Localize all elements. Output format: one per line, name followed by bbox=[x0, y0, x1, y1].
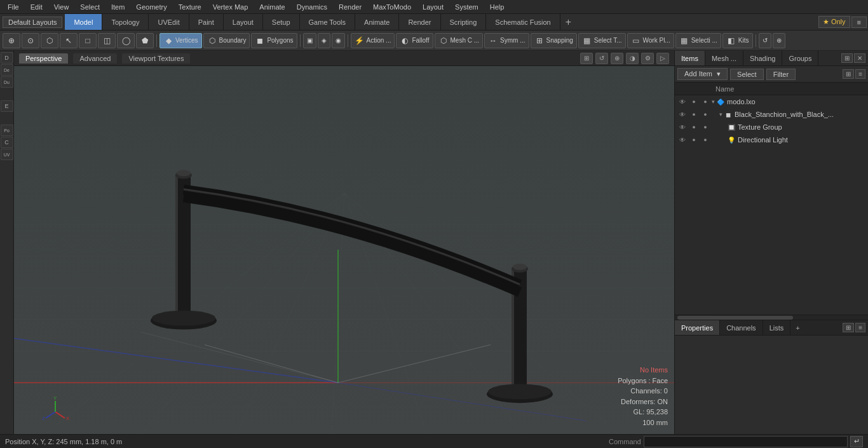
menu-render[interactable]: Render bbox=[334, 2, 367, 12]
vis-icon2-0[interactable]: ● bbox=[689, 97, 699, 107]
menu-maxtomod[interactable]: MaxToModo bbox=[368, 2, 416, 12]
sidebar-tool-de2[interactable]: De bbox=[1, 64, 13, 76]
prop-tab-channels[interactable]: Channels bbox=[720, 320, 763, 335]
items-menu-button[interactable]: ≡ bbox=[855, 69, 865, 79]
tab-animate[interactable]: Animate bbox=[355, 14, 399, 30]
rp-tab-items[interactable]: Items bbox=[675, 51, 705, 65]
rp-tab-mesh[interactable]: Mesh ... bbox=[705, 51, 743, 65]
item-row-texture-group[interactable]: 👁 ● ● 🔲 Texture Group bbox=[675, 121, 868, 133]
sidebar-tool-e[interactable]: E bbox=[1, 100, 13, 112]
rp-tab-groups[interactable]: Groups bbox=[782, 51, 818, 65]
vp-tab-textures[interactable]: Viewport Textures bbox=[122, 53, 190, 64]
vis-icon3-0[interactable]: ● bbox=[700, 97, 710, 107]
tool-symm[interactable]: ↔ Symm ... bbox=[484, 33, 529, 48]
tool-falloff[interactable]: ◐ Falloff bbox=[396, 33, 433, 48]
star-only-button[interactable]: ★ Only bbox=[818, 16, 850, 28]
vp-fit-button[interactable]: ⊞ bbox=[580, 53, 593, 64]
command-enter-button[interactable]: ↵ bbox=[850, 436, 863, 447]
menu-help[interactable]: Help bbox=[485, 2, 510, 12]
layout-dropdown[interactable]: Default Layouts bbox=[3, 17, 62, 28]
tool-transform[interactable]: □ bbox=[79, 33, 97, 48]
vis-icon-1[interactable]: 👁 bbox=[677, 109, 688, 119]
vp-tab-perspective[interactable]: Perspective bbox=[19, 53, 68, 64]
tool-circle[interactable]: ◯ bbox=[117, 33, 135, 48]
tool-component2[interactable]: ⊙ bbox=[22, 33, 39, 48]
tool-action[interactable]: ⚡ Action ... bbox=[351, 33, 395, 48]
command-input[interactable] bbox=[644, 436, 848, 447]
add-prop-tab-button[interactable]: + bbox=[790, 320, 804, 335]
tool-icon2[interactable]: ◈ bbox=[318, 33, 330, 48]
tab-uvedit[interactable]: UVEdit bbox=[149, 14, 189, 30]
menu-texture[interactable]: Texture bbox=[173, 2, 207, 12]
menu-edit[interactable]: Edit bbox=[25, 2, 48, 12]
sidebar-tool-po[interactable]: Po bbox=[1, 125, 13, 136]
tool-mesh-c[interactable]: ⬡ Mesh C ... bbox=[435, 33, 484, 48]
menu-system[interactable]: System bbox=[450, 2, 484, 12]
tool-vertices[interactable]: ◆ Vertices bbox=[159, 33, 202, 48]
menu-select[interactable]: Select bbox=[75, 2, 105, 12]
vp-expand-button[interactable]: ▷ bbox=[656, 53, 669, 64]
vis-icon3-2[interactable]: ● bbox=[700, 122, 710, 132]
vp-zoom-button[interactable]: ⊕ bbox=[611, 53, 623, 64]
tool-select-t[interactable]: ▦ Select T... bbox=[578, 33, 626, 48]
sidebar-tool-du[interactable]: Du bbox=[1, 76, 13, 88]
tool-select-arrow[interactable]: ↖ bbox=[60, 33, 78, 48]
menu-item[interactable]: Item bbox=[106, 2, 130, 12]
menu-layout[interactable]: Layout bbox=[417, 2, 449, 12]
sidebar-tool-de1[interactable]: D bbox=[1, 52, 13, 64]
prop-tab-properties[interactable]: Properties bbox=[675, 320, 720, 335]
tab-model[interactable]: Model bbox=[65, 14, 102, 30]
tab-game-tools[interactable]: Game Tools bbox=[300, 14, 356, 30]
prop-expand-button[interactable]: ⊞ bbox=[843, 323, 854, 332]
tool-icon3[interactable]: ◉ bbox=[332, 33, 345, 48]
items-expand-button[interactable]: ⊞ bbox=[843, 69, 854, 79]
vis-icon-2[interactable]: 👁 bbox=[677, 122, 688, 132]
menu-view[interactable]: View bbox=[49, 2, 74, 12]
rp-expand-button[interactable]: ⊞ bbox=[841, 53, 853, 63]
menu-vertex-map[interactable]: Vertex Map bbox=[208, 2, 254, 12]
vis-icon2-2[interactable]: ● bbox=[689, 122, 699, 132]
add-item-button[interactable]: Add Item ▾ bbox=[677, 68, 728, 80]
tab-paint[interactable]: Paint bbox=[189, 14, 224, 30]
vis-icon2-3[interactable]: ● bbox=[689, 135, 699, 145]
tab-scripting[interactable]: Scripting bbox=[441, 14, 487, 30]
menu-file[interactable]: File bbox=[3, 2, 24, 12]
prop-menu-button[interactable]: ≡ bbox=[855, 323, 865, 332]
rp-close-button[interactable]: ✕ bbox=[854, 53, 865, 63]
menu-animate[interactable]: Animate bbox=[254, 2, 290, 12]
tab-topology[interactable]: Topology bbox=[102, 14, 149, 30]
item-row-directional-light[interactable]: 👁 ● ● 💡 Directional Light bbox=[675, 133, 868, 146]
tab-layout[interactable]: Layout bbox=[224, 14, 263, 30]
tool-add[interactable]: ⊕ bbox=[773, 33, 785, 48]
tool-boundary[interactable]: ⬡ Boundary bbox=[203, 33, 250, 48]
tool-poly[interactable]: ◫ bbox=[98, 33, 116, 48]
layout-settings-button[interactable]: ≡ bbox=[851, 17, 867, 28]
tool-rotate[interactable]: ↺ bbox=[759, 33, 771, 48]
vp-settings-button[interactable]: ⚙ bbox=[641, 53, 654, 64]
add-layout-tab-button[interactable]: + bbox=[560, 14, 576, 30]
tool-snapping[interactable]: ⊞ Snapping bbox=[531, 33, 577, 48]
tool-component3[interactable]: ⬡ bbox=[41, 33, 58, 48]
viewport-canvas[interactable]: No Items Polygons : Face Channels: 0 Def… bbox=[14, 66, 674, 434]
items-select-button[interactable]: Select bbox=[730, 69, 764, 80]
tab-setup[interactable]: Setup bbox=[263, 14, 300, 30]
tool-polygons[interactable]: ◼ Polygons bbox=[251, 33, 297, 48]
vp-tab-advanced[interactable]: Advanced bbox=[73, 53, 117, 64]
menu-geometry[interactable]: Geometry bbox=[131, 2, 172, 12]
sidebar-tool-uv[interactable]: UV bbox=[1, 149, 13, 160]
vp-render-button[interactable]: ◑ bbox=[626, 53, 639, 64]
rp-tab-shading[interactable]: Shading bbox=[743, 51, 782, 65]
item-row-black-stanchion[interactable]: 👁 ● ● ▾ ◼ Black_Stanchion_with_Black_... bbox=[675, 108, 868, 121]
tab-schematic-fusion[interactable]: Schematic Fusion bbox=[486, 14, 560, 30]
menu-dynamics[interactable]: Dynamics bbox=[292, 2, 332, 12]
vis-icon-0[interactable]: 👁 bbox=[677, 97, 688, 107]
tool-shape[interactable]: ⬟ bbox=[136, 33, 154, 48]
tool-work-pl[interactable]: ▭ Work Pl... bbox=[627, 33, 674, 48]
vis-icon3-3[interactable]: ● bbox=[700, 135, 710, 145]
tab-render[interactable]: Render bbox=[399, 14, 440, 30]
tool-selecti[interactable]: ▦ Selecti ... bbox=[675, 33, 721, 48]
vp-reset-button[interactable]: ↺ bbox=[595, 53, 608, 64]
item-row-modo-lxo[interactable]: 👁 ● ● ▾ 🔷 modo.lxo bbox=[675, 95, 868, 108]
tool-component1[interactable]: ⊕ bbox=[3, 33, 20, 48]
tool-icon1[interactable]: ▣ bbox=[303, 33, 316, 48]
